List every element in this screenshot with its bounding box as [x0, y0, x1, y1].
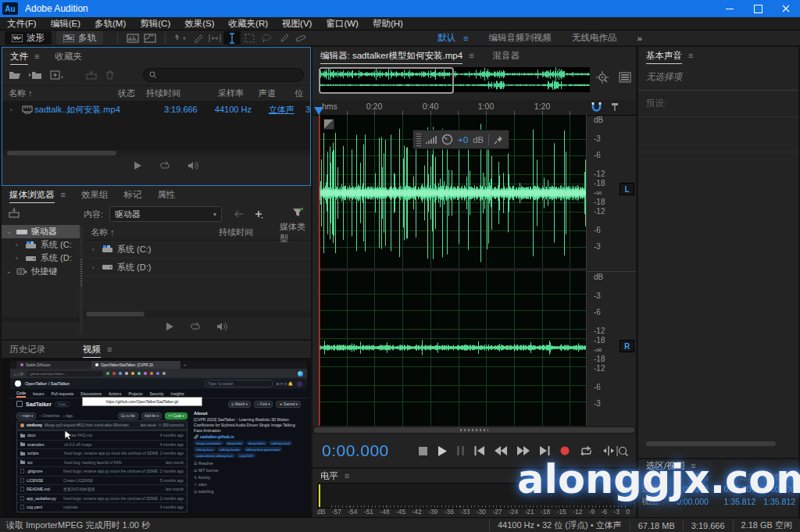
skip-to-end-button[interactable]	[540, 446, 550, 455]
multitrack-mode-button[interactable]: 多轨	[56, 31, 103, 45]
stop-button[interactable]	[419, 447, 427, 455]
auto-play-speaker-icon[interactable]	[188, 161, 198, 170]
tab-video[interactable]: 视频	[83, 341, 101, 358]
menu-file[interactable]: 文件(F)	[0, 18, 44, 30]
fast-forward-button[interactable]	[517, 446, 530, 455]
preview-play-icon[interactable]	[134, 161, 142, 170]
waveform-mode-button[interactable]: 波形	[5, 31, 52, 45]
tab-files[interactable]: 文件	[10, 48, 28, 65]
db-scale-right-channel[interactable]: dB-3-6 -12-18-∞ -18-12-6 -3 R	[586, 271, 636, 427]
time-selection-tool[interactable]	[206, 31, 223, 45]
db-scale-left-channel[interactable]: dB-3-6 -12-18-∞ -18-12-6 -3 L	[586, 115, 636, 270]
col-name[interactable]: 名称 ↑	[2, 87, 118, 99]
tree-item-shortcuts[interactable]: ⌄ 快捷键	[2, 265, 80, 278]
tab-essential-sound[interactable]: 基本声音	[646, 47, 682, 64]
marquee-selection-tool[interactable]	[241, 31, 258, 45]
media-row-drive-c[interactable]: › 系统 (C:)	[83, 241, 311, 259]
menu-edit[interactable]: 编辑(E)	[44, 18, 88, 30]
workspace-menu-icon[interactable]: ≡	[463, 34, 468, 43]
media-panel-menu-icon[interactable]: ≡	[61, 190, 66, 199]
essential-sound-hscrollbar[interactable]	[638, 441, 798, 447]
tree-item-drive-c[interactable]: › 系统 (C:	[2, 238, 80, 252]
video-panel-menu-icon[interactable]: ≡	[107, 345, 112, 354]
menu-favorites[interactable]: 收藏夹(R)	[222, 18, 275, 30]
media-import-icon[interactable]	[8, 208, 20, 218]
editor-list-icon[interactable]	[619, 72, 631, 83]
tab-effects-rack[interactable]: 效果组	[81, 186, 109, 203]
rewind-button[interactable]	[495, 446, 507, 455]
zoom-navigate-icon[interactable]	[595, 70, 611, 86]
media-col-type[interactable]: 媒体类型	[280, 221, 311, 245]
spectral-display-toggle[interactable]	[141, 31, 159, 45]
record-button[interactable]	[560, 446, 570, 455]
levels-panel-menu-icon[interactable]: ≡	[345, 471, 349, 480]
col-rate[interactable]: 采样率	[218, 87, 259, 99]
overview-selection-box[interactable]	[319, 67, 454, 94]
gain-knob-icon[interactable]	[441, 134, 453, 145]
auto-play-speaker-icon[interactable]	[216, 322, 227, 331]
workspace-edit-audio-video[interactable]: 编辑音频到视频	[488, 32, 552, 44]
tab-markers[interactable]: 标记	[123, 186, 141, 203]
pause-button[interactable]	[457, 446, 464, 455]
waveform-display-toggle[interactable]	[124, 31, 141, 45]
gain-hud[interactable]: +0 dB	[412, 130, 509, 149]
ibeam-selection-tool[interactable]	[223, 31, 241, 45]
loop-preview-icon[interactable]	[190, 322, 201, 331]
files-search-box[interactable]	[143, 68, 304, 82]
add-shortcut-icon[interactable]	[253, 210, 264, 219]
new-item-icon[interactable]	[50, 70, 63, 80]
files-search-input[interactable]	[160, 70, 280, 80]
media-row-drive-d[interactable]: › 系统 (D:)	[83, 259, 311, 277]
move-tool[interactable]	[172, 31, 189, 45]
right-channel-badge[interactable]: R	[620, 340, 634, 352]
media-col-name[interactable]: 名称 ↑	[83, 227, 219, 238]
paintbrush-tool[interactable]	[275, 31, 292, 45]
media-hscrollbar[interactable]	[83, 311, 311, 317]
current-time-display[interactable]: 0:00.000	[322, 441, 389, 460]
zoom-selection-icon[interactable]	[616, 445, 628, 457]
media-col-duration[interactable]: 持续时间	[219, 227, 280, 238]
file-row[interactable]: › sadtalk..如何安装.mp4 3:19.666 44100 Hz 立体…	[2, 102, 310, 117]
tab-properties[interactable]: 属性	[157, 186, 175, 203]
marker-pin-icon[interactable]	[610, 102, 620, 112]
tab-levels[interactable]: 电平	[320, 469, 338, 484]
editor-hscrollbar[interactable]	[312, 426, 636, 434]
tab-favorites[interactable]: 收藏夹	[55, 48, 82, 65]
tab-history[interactable]: 历史记录	[9, 341, 45, 358]
minimize-button[interactable]	[716, 0, 744, 17]
left-channel-badge[interactable]: L	[620, 183, 634, 195]
snap-magnet-icon[interactable]	[591, 102, 602, 112]
tree-item-drive-d[interactable]: › 系统 (D:	[2, 252, 80, 265]
lasso-selection-tool[interactable]	[258, 31, 275, 45]
editor-panel-menu-icon[interactable]: ≡	[469, 51, 473, 60]
tab-media-browser[interactable]: 媒体浏览器	[9, 186, 55, 203]
workspace-default[interactable]: 默认	[438, 32, 455, 44]
menu-multitrack[interactable]: 多轨(M)	[88, 18, 133, 30]
col-channels[interactable]: 声道	[259, 87, 295, 99]
expand-icon[interactable]: ›	[2, 106, 20, 113]
hud-gain-value[interactable]: +0	[458, 135, 468, 145]
playhead-handle[interactable]	[314, 107, 323, 115]
close-button[interactable]	[772, 0, 800, 17]
envelope-corner-widget[interactable]	[323, 119, 334, 130]
skip-playhead-button[interactable]	[602, 446, 615, 455]
menu-effects[interactable]: 效果(S)	[177, 18, 221, 30]
filter-icon[interactable]	[292, 208, 303, 217]
files-panel-menu-icon[interactable]: ≡	[34, 52, 39, 61]
col-status[interactable]: 状态	[118, 87, 146, 99]
hud-pin-icon[interactable]	[494, 135, 503, 145]
maximize-button[interactable]	[744, 0, 772, 17]
menu-view[interactable]: 视图(V)	[275, 18, 319, 30]
hud-grip-handle[interactable]	[416, 134, 421, 146]
files-hscrollbar[interactable]	[2, 150, 310, 156]
skip-to-start-button[interactable]	[474, 446, 484, 455]
razor-tool[interactable]	[189, 31, 206, 45]
overview-navigator[interactable]	[319, 67, 590, 92]
import-file-icon[interactable]	[29, 70, 42, 80]
timeline-ruler[interactable]: hms 0:20 0:40 1:00 1:20	[312, 100, 636, 116]
menu-clip[interactable]: 剪辑(C)	[133, 18, 177, 30]
video-preview[interactable]: Stable Diffusion OpenTalker/SadTalker: […	[2, 358, 311, 517]
tab-editor[interactable]: 编辑器: sadtalker模型如何安装.mp4	[320, 47, 462, 64]
menu-help[interactable]: 帮助(H)	[366, 18, 410, 30]
loop-preview-icon[interactable]	[159, 161, 170, 170]
